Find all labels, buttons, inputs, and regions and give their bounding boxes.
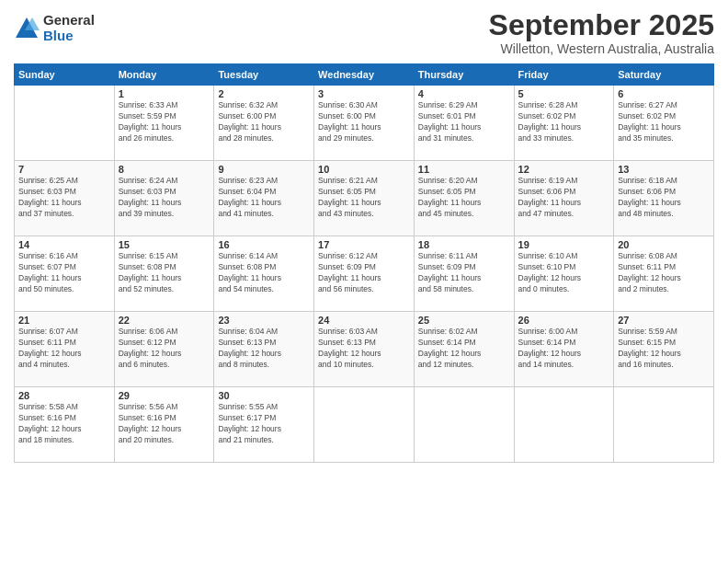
day-content: Sunrise: 5:56 AMSunset: 6:16 PMDaylight:… bbox=[119, 402, 210, 446]
calendar-cell: 12Sunrise: 6:19 AMSunset: 6:06 PMDayligh… bbox=[514, 161, 614, 236]
day-content: Sunrise: 6:07 AMSunset: 6:11 PMDaylight:… bbox=[18, 327, 110, 371]
calendar-cell: 26Sunrise: 6:00 AMSunset: 6:14 PMDayligh… bbox=[514, 312, 614, 387]
calendar-cell bbox=[414, 387, 514, 463]
day-content: Sunrise: 6:02 AMSunset: 6:14 PMDaylight:… bbox=[418, 327, 510, 371]
calendar-cell: 11Sunrise: 6:20 AMSunset: 6:05 PMDayligh… bbox=[414, 161, 514, 236]
calendar-cell bbox=[314, 387, 415, 463]
calendar-cell: 3Sunrise: 6:30 AMSunset: 6:00 PMDaylight… bbox=[314, 86, 415, 161]
day-number: 3 bbox=[318, 88, 410, 99]
day-content: Sunrise: 6:11 AMSunset: 6:09 PMDaylight:… bbox=[418, 251, 510, 295]
day-content: Sunrise: 6:19 AMSunset: 6:06 PMDaylight:… bbox=[518, 176, 610, 220]
day-number: 26 bbox=[518, 315, 610, 326]
day-content: Sunrise: 6:10 AMSunset: 6:10 PMDaylight:… bbox=[518, 251, 610, 295]
day-number: 24 bbox=[318, 315, 410, 326]
day-number: 22 bbox=[119, 315, 210, 326]
day-number: 19 bbox=[518, 239, 610, 250]
header-thursday: Thursday bbox=[414, 64, 514, 86]
day-content: Sunrise: 5:58 AMSunset: 6:16 PMDaylight:… bbox=[18, 402, 110, 446]
header: General Blue September 2025 Willetton, W… bbox=[14, 9, 714, 56]
calendar-cell: 8Sunrise: 6:24 AMSunset: 6:03 PMDaylight… bbox=[114, 161, 214, 236]
calendar-cell: 7Sunrise: 6:25 AMSunset: 6:03 PMDaylight… bbox=[15, 161, 115, 236]
calendar-cell: 16Sunrise: 6:14 AMSunset: 6:08 PMDayligh… bbox=[214, 236, 314, 312]
day-content: Sunrise: 6:18 AMSunset: 6:06 PMDaylight:… bbox=[618, 176, 710, 220]
day-content: Sunrise: 6:00 AMSunset: 6:14 PMDaylight:… bbox=[518, 327, 610, 371]
logo-text: General Blue bbox=[43, 13, 95, 43]
day-number: 27 bbox=[618, 315, 710, 326]
calendar-cell bbox=[15, 86, 115, 161]
day-number: 29 bbox=[119, 390, 210, 401]
day-content: Sunrise: 6:24 AMSunset: 6:03 PMDaylight:… bbox=[119, 176, 210, 220]
header-saturday: Saturday bbox=[614, 64, 714, 86]
day-number: 4 bbox=[418, 88, 510, 99]
month-title: September 2025 bbox=[489, 9, 714, 41]
day-number: 11 bbox=[418, 164, 510, 175]
calendar-cell: 6Sunrise: 6:27 AMSunset: 6:02 PMDaylight… bbox=[614, 86, 714, 161]
day-number: 6 bbox=[618, 88, 710, 99]
calendar-week-1: 1Sunrise: 6:33 AMSunset: 5:59 PMDaylight… bbox=[15, 86, 714, 161]
day-content: Sunrise: 6:23 AMSunset: 6:04 PMDaylight:… bbox=[218, 176, 310, 220]
calendar-cell: 2Sunrise: 6:32 AMSunset: 6:00 PMDaylight… bbox=[214, 86, 314, 161]
day-content: Sunrise: 6:04 AMSunset: 6:13 PMDaylight:… bbox=[218, 327, 310, 371]
calendar-cell: 18Sunrise: 6:11 AMSunset: 6:09 PMDayligh… bbox=[414, 236, 514, 312]
day-number: 20 bbox=[618, 239, 710, 250]
calendar-cell: 10Sunrise: 6:21 AMSunset: 6:05 PMDayligh… bbox=[314, 161, 415, 236]
day-content: Sunrise: 6:28 AMSunset: 6:02 PMDaylight:… bbox=[518, 100, 610, 144]
day-number: 15 bbox=[119, 239, 210, 250]
calendar-cell bbox=[514, 387, 614, 463]
header-tuesday: Tuesday bbox=[214, 64, 314, 86]
calendar-cell: 1Sunrise: 6:33 AMSunset: 5:59 PMDaylight… bbox=[114, 86, 214, 161]
day-content: Sunrise: 6:03 AMSunset: 6:13 PMDaylight:… bbox=[318, 327, 410, 371]
header-friday: Friday bbox=[514, 64, 614, 86]
calendar-cell: 17Sunrise: 6:12 AMSunset: 6:09 PMDayligh… bbox=[314, 236, 415, 312]
calendar-week-3: 14Sunrise: 6:16 AMSunset: 6:07 PMDayligh… bbox=[15, 236, 714, 312]
logo-icon bbox=[14, 16, 40, 41]
day-number: 16 bbox=[218, 239, 310, 250]
logo-general-label: General bbox=[43, 13, 95, 29]
day-number: 28 bbox=[18, 390, 110, 401]
day-number: 2 bbox=[218, 88, 310, 99]
calendar-cell: 23Sunrise: 6:04 AMSunset: 6:13 PMDayligh… bbox=[214, 312, 314, 387]
day-content: Sunrise: 5:59 AMSunset: 6:15 PMDaylight:… bbox=[618, 327, 710, 371]
day-number: 5 bbox=[518, 88, 610, 99]
day-number: 1 bbox=[119, 88, 210, 99]
calendar-cell: 30Sunrise: 5:55 AMSunset: 6:17 PMDayligh… bbox=[214, 387, 314, 463]
day-content: Sunrise: 6:32 AMSunset: 6:00 PMDaylight:… bbox=[218, 100, 310, 144]
day-content: Sunrise: 6:08 AMSunset: 6:11 PMDaylight:… bbox=[618, 251, 710, 295]
day-number: 23 bbox=[218, 315, 310, 326]
day-content: Sunrise: 6:29 AMSunset: 6:01 PMDaylight:… bbox=[418, 100, 510, 144]
calendar-week-5: 28Sunrise: 5:58 AMSunset: 6:16 PMDayligh… bbox=[15, 387, 714, 463]
day-content: Sunrise: 6:33 AMSunset: 5:59 PMDaylight:… bbox=[119, 100, 210, 144]
calendar-cell: 25Sunrise: 6:02 AMSunset: 6:14 PMDayligh… bbox=[414, 312, 514, 387]
logo-blue-label: Blue bbox=[43, 29, 95, 44]
calendar-cell: 4Sunrise: 6:29 AMSunset: 6:01 PMDaylight… bbox=[414, 86, 514, 161]
day-content: Sunrise: 6:06 AMSunset: 6:12 PMDaylight:… bbox=[119, 327, 210, 371]
page: General Blue September 2025 Willetton, W… bbox=[0, 0, 728, 563]
header-sunday: Sunday bbox=[15, 64, 115, 86]
day-number: 8 bbox=[119, 164, 210, 175]
day-number: 7 bbox=[18, 164, 110, 175]
calendar-cell: 9Sunrise: 6:23 AMSunset: 6:04 PMDaylight… bbox=[214, 161, 314, 236]
calendar-table: Sunday Monday Tuesday Wednesday Thursday… bbox=[14, 63, 714, 463]
calendar-cell: 15Sunrise: 6:15 AMSunset: 6:08 PMDayligh… bbox=[114, 236, 214, 312]
calendar-cell: 20Sunrise: 6:08 AMSunset: 6:11 PMDayligh… bbox=[614, 236, 714, 312]
day-content: Sunrise: 5:55 AMSunset: 6:17 PMDaylight:… bbox=[218, 402, 310, 446]
day-content: Sunrise: 6:25 AMSunset: 6:03 PMDaylight:… bbox=[18, 176, 110, 220]
calendar-cell: 13Sunrise: 6:18 AMSunset: 6:06 PMDayligh… bbox=[614, 161, 714, 236]
day-content: Sunrise: 6:15 AMSunset: 6:08 PMDaylight:… bbox=[119, 251, 210, 295]
calendar-cell: 22Sunrise: 6:06 AMSunset: 6:12 PMDayligh… bbox=[114, 312, 214, 387]
day-number: 25 bbox=[418, 315, 510, 326]
day-content: Sunrise: 6:21 AMSunset: 6:05 PMDaylight:… bbox=[318, 176, 410, 220]
day-number: 12 bbox=[518, 164, 610, 175]
day-number: 18 bbox=[418, 239, 510, 250]
day-number: 30 bbox=[218, 390, 310, 401]
day-content: Sunrise: 6:30 AMSunset: 6:00 PMDaylight:… bbox=[318, 100, 410, 144]
day-content: Sunrise: 6:12 AMSunset: 6:09 PMDaylight:… bbox=[318, 251, 410, 295]
calendar-cell: 21Sunrise: 6:07 AMSunset: 6:11 PMDayligh… bbox=[15, 312, 115, 387]
calendar-cell: 5Sunrise: 6:28 AMSunset: 6:02 PMDaylight… bbox=[514, 86, 614, 161]
title-block: September 2025 Willetton, Western Austra… bbox=[489, 9, 714, 56]
day-content: Sunrise: 6:14 AMSunset: 6:08 PMDaylight:… bbox=[218, 251, 310, 295]
day-content: Sunrise: 6:20 AMSunset: 6:05 PMDaylight:… bbox=[418, 176, 510, 220]
location-subtitle: Willetton, Western Australia, Australia bbox=[489, 41, 714, 56]
day-number: 13 bbox=[618, 164, 710, 175]
calendar-week-4: 21Sunrise: 6:07 AMSunset: 6:11 PMDayligh… bbox=[15, 312, 714, 387]
